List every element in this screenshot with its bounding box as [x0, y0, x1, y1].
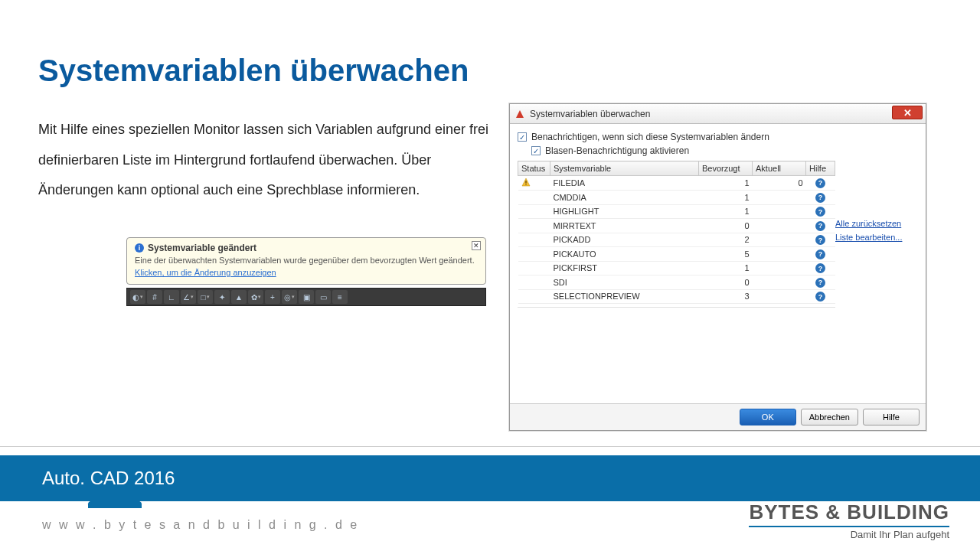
- statusbar-plus-icon[interactable]: +: [265, 290, 280, 304]
- statusbar-gear-icon[interactable]: ✿: [248, 290, 263, 304]
- table-empty-area: [518, 307, 835, 399]
- help-icon[interactable]: ?: [815, 207, 825, 217]
- sysvar-preferred: 2: [699, 233, 753, 247]
- reset-all-link[interactable]: Alle zurücksetzen: [835, 219, 912, 228]
- balloon-tooltip: i Systemvariable geändert Eine der überw…: [126, 237, 486, 285]
- cancel-button[interactable]: Abbrechen: [801, 409, 858, 425]
- balloon-checkbox-label: Blasen-Benachrichtigung aktivieren: [545, 145, 689, 156]
- statusbar-osnap-icon[interactable]: □: [198, 290, 213, 304]
- balloon-close-icon[interactable]: ✕: [472, 241, 481, 250]
- statusbar-ortho-icon[interactable]: ∟: [164, 290, 179, 304]
- status-bar: ◐ # ∟ ∠ □ ✦ ▲ ✿ + ◎ ▣ ▭ ≡: [126, 288, 486, 306]
- brand-name: BYTES & BUILDING: [749, 500, 949, 527]
- sysvar-preferred: 5: [699, 247, 753, 262]
- sysvar-preferred: 3: [699, 289, 753, 304]
- notify-checkbox-label: Benachrichtigen, wenn sich diese Systemv…: [531, 132, 769, 142]
- sysvar-preferred: 1: [699, 176, 753, 191]
- col-help[interactable]: Hilfe: [806, 161, 835, 176]
- help-icon[interactable]: ?: [815, 292, 825, 302]
- sysvar-name: MIRRTEXT: [550, 219, 699, 233]
- help-icon[interactable]: ?: [815, 278, 825, 288]
- brand-lockup: BYTES & BUILDING Damit Ihr Plan aufgeht: [749, 500, 949, 540]
- dialog-close-button[interactable]: ✕: [892, 106, 923, 119]
- svg-rect-2: [525, 181, 526, 184]
- info-icon: i: [135, 243, 144, 253]
- sysvar-table: Status Systemvariable Bevorzugt Aktuell …: [518, 161, 835, 399]
- edit-list-link[interactable]: Liste bearbeiten...: [835, 233, 912, 242]
- statusbar-grid-icon[interactable]: #: [147, 290, 162, 304]
- sysvar-current: 0: [753, 176, 806, 191]
- ok-button[interactable]: OK: [740, 409, 796, 425]
- statusbar-person-icon[interactable]: ▲: [231, 290, 247, 304]
- help-icon[interactable]: ?: [815, 263, 825, 273]
- help-icon[interactable]: ?: [815, 178, 825, 188]
- website-url: w w w . b y t e s a n d b u i l d i n g …: [42, 518, 359, 532]
- sysvar-preferred: 0: [699, 276, 753, 290]
- balloon-checkbox-row[interactable]: ✓ Blasen-Benachrichtigung aktivieren: [531, 145, 918, 156]
- help-icon[interactable]: ?: [815, 221, 825, 231]
- balloon-link[interactable]: Klicken, um die Änderung anzuzeigen: [135, 268, 276, 277]
- sysvar-current: [753, 289, 806, 304]
- statusbar-polar-icon[interactable]: ∠: [181, 290, 196, 304]
- checkbox-icon[interactable]: ✓: [518, 132, 527, 142]
- help-icon[interactable]: ?: [815, 235, 825, 245]
- col-status[interactable]: Status: [518, 161, 550, 176]
- statusbar-object-icon[interactable]: ✦: [214, 290, 230, 304]
- sysvar-name: SELECTIONPREVIEW: [550, 289, 699, 304]
- statusbar-chat-icon[interactable]: ▭: [315, 290, 331, 304]
- help-icon[interactable]: ?: [815, 249, 825, 259]
- table-row[interactable]: SDI0?: [518, 276, 835, 290]
- sysvar-current: [753, 261, 806, 276]
- statusbar-menu-icon[interactable]: ≡: [332, 290, 348, 304]
- sysvar-name: PICKADD: [550, 233, 699, 247]
- table-row[interactable]: PICKADD2?: [518, 233, 835, 247]
- app-icon: [514, 109, 525, 119]
- sysvar-preferred: 1: [699, 261, 753, 276]
- sysvar-current: [753, 219, 806, 233]
- col-preferred[interactable]: Bevorzugt: [699, 161, 753, 176]
- sysvar-name: PICKAUTO: [550, 247, 699, 262]
- dialog-titlebar[interactable]: Systemvariablen überwachen ✕: [510, 104, 926, 124]
- page-title: Systemvariablen überwachen: [38, 54, 469, 88]
- balloon-tooltip-group: i Systemvariable geändert Eine der überw…: [126, 237, 486, 306]
- sysvar-preferred: 1: [699, 204, 753, 219]
- table-row[interactable]: CMDDIA1?: [518, 191, 835, 205]
- sysvar-preferred: 0: [699, 219, 753, 233]
- sysvar-name: HIGHLIGHT: [550, 204, 699, 219]
- help-icon[interactable]: ?: [815, 193, 825, 203]
- statusbar-target-icon[interactable]: ◎: [282, 290, 297, 304]
- description-paragraph: Mit Hilfe eines speziellen Monitor lasse…: [38, 115, 490, 206]
- sysvar-current: [753, 233, 806, 247]
- sysvar-name: CMDDIA: [550, 191, 699, 205]
- col-systemvariable[interactable]: Systemvariable: [550, 161, 699, 176]
- svg-rect-3: [525, 184, 526, 184]
- sysvar-name: PICKFIRST: [550, 261, 699, 276]
- sysvar-monitor-dialog: Systemvariablen überwachen ✕ ✓ Benachric…: [509, 103, 926, 431]
- footer-band: Auto. CAD 2016: [0, 455, 980, 501]
- col-current[interactable]: Aktuell: [753, 161, 806, 176]
- table-row[interactable]: SELECTIONPREVIEW3?: [518, 289, 835, 304]
- table-row[interactable]: HIGHLIGHT1?: [518, 204, 835, 219]
- sysvar-name: SDI: [550, 276, 699, 290]
- sysvar-current: [753, 191, 806, 205]
- footer-divider: [0, 446, 980, 455]
- sysvar-name: FILEDIA: [550, 176, 699, 191]
- statusbar-globe-icon[interactable]: ◐: [130, 290, 145, 304]
- help-button[interactable]: Hilfe: [863, 409, 920, 425]
- balloon-body: Eine der überwachten Systemvariablen wur…: [135, 256, 478, 265]
- sysvar-current: [753, 204, 806, 219]
- sysvar-preferred: 1: [699, 191, 753, 205]
- dialog-button-row: OK Abbrechen Hilfe: [510, 403, 926, 430]
- warning-icon: [521, 178, 531, 187]
- balloon-title: Systemvariable geändert: [148, 243, 256, 253]
- brand-tagline: Damit Ihr Plan aufgeht: [749, 529, 949, 540]
- table-row[interactable]: FILEDIA10?: [518, 176, 835, 191]
- table-row[interactable]: PICKFIRST1?: [518, 261, 835, 276]
- table-row[interactable]: PICKAUTO5?: [518, 247, 835, 262]
- statusbar-monitor-icon[interactable]: ▣: [299, 290, 314, 304]
- product-label: Auto. CAD 2016: [42, 468, 175, 489]
- sysvar-current: [753, 247, 806, 262]
- notify-checkbox-row[interactable]: ✓ Benachrichtigen, wenn sich diese Syste…: [518, 132, 918, 142]
- table-row[interactable]: MIRRTEXT0?: [518, 219, 835, 233]
- checkbox-icon[interactable]: ✓: [531, 146, 541, 155]
